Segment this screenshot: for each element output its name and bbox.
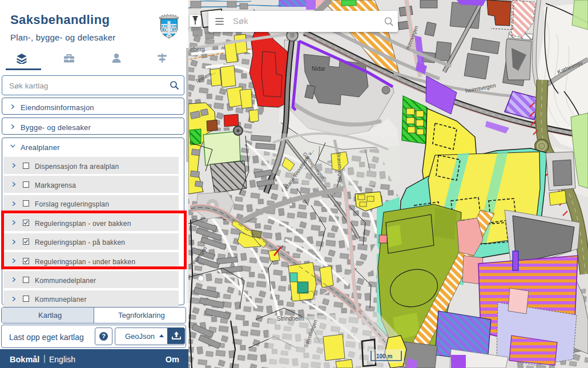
svg-text:Søk: Søk bbox=[233, 16, 248, 26]
svg-text:eberg: eberg bbox=[190, 46, 205, 52]
svg-text:Nidar: Nidar bbox=[312, 66, 326, 72]
svg-text:Strindheim: Strindheim bbox=[277, 316, 304, 322]
svg-text:100 m: 100 m bbox=[376, 353, 392, 359]
